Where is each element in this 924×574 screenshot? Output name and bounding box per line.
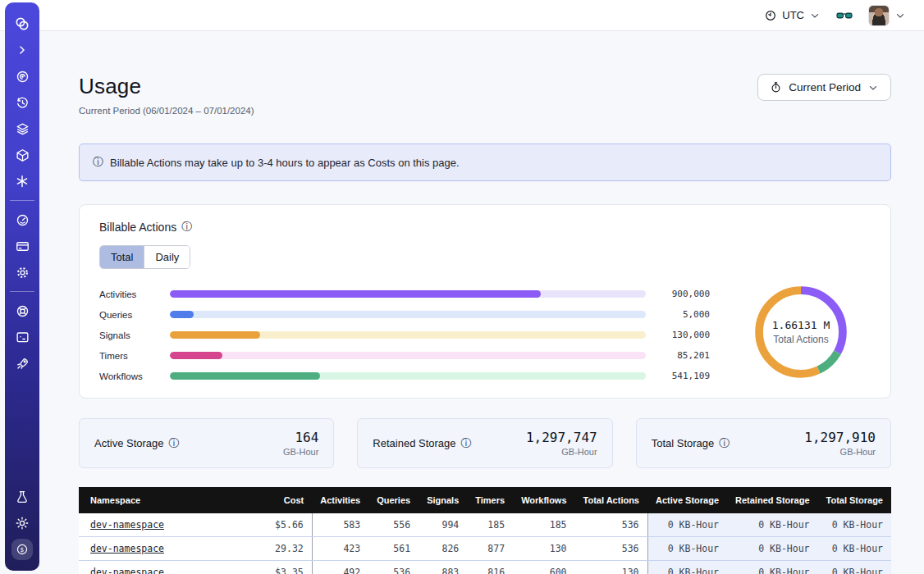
cost-coin-icon[interactable]: $ (11, 539, 33, 560)
total-storage-card: Total Storage ⓘ 1,297,910 GB-Hour (636, 418, 891, 468)
chevron-down-icon (867, 82, 879, 93)
info-banner-text: Billable Actions may take up to 3-4 hour… (110, 157, 460, 169)
billable-bars: Activities 900,000 Queries 5,000 Signals… (99, 284, 731, 386)
temporal-logo[interactable] (11, 13, 33, 34)
col-total-storage[interactable]: Total Storage (818, 487, 892, 513)
tab-daily[interactable]: Daily (144, 246, 190, 268)
col-total-actions[interactable]: Total Actions (575, 487, 647, 513)
bar-row-queries: Queries 5,000 (99, 304, 710, 325)
col-workflows[interactable]: Workflows (513, 487, 574, 513)
table-row: dev-namespace $3.35 492 536 883 816 600 … (79, 561, 891, 574)
info-icon[interactable]: ⓘ (169, 436, 180, 451)
namespace-link[interactable]: dev-namespace (90, 519, 164, 531)
col-namespace[interactable]: Namespace (79, 487, 263, 513)
nav-rail: $ (5, 2, 39, 571)
col-cost[interactable]: Cost (263, 487, 312, 513)
bar-row-workflows: Workflows 541,109 (99, 366, 710, 386)
theme-sun-icon[interactable] (11, 512, 33, 534)
retained-storage-unit: GB-Hour (526, 447, 597, 457)
retained-storage-card: Retained Storage ⓘ 1,297,747 GB-Hour (357, 418, 612, 468)
terminal-icon[interactable] (11, 326, 33, 348)
timezone-label: UTC (782, 9, 804, 21)
clock-icon (764, 9, 777, 22)
timezone-selector[interactable]: UTC (764, 9, 821, 22)
period-dropdown-button[interactable]: Current Period (757, 74, 891, 101)
retained-storage-label: Retained Storage (373, 437, 455, 449)
active-storage-value: 164 (283, 430, 318, 445)
user-menu[interactable] (868, 5, 906, 26)
usage-gauge-icon[interactable] (11, 209, 33, 230)
billable-actions-title: Billable Actions (99, 221, 176, 234)
bar-row-timers: Timers 85,201 (99, 345, 710, 366)
total-actions-donut: 1.66131 M Total Actions (731, 279, 871, 385)
namespace-link[interactable]: dev-namespace (90, 543, 164, 554)
current-period-subtitle: Current Period (06/01/2024 – 07/01/2024) (79, 106, 254, 116)
col-signals[interactable]: Signals (419, 487, 467, 513)
col-active-storage[interactable]: Active Storage (647, 487, 727, 513)
info-icon[interactable]: ⓘ (719, 436, 730, 451)
bar-row-signals: Signals 130,000 (99, 325, 710, 345)
settings-gear-icon[interactable] (11, 262, 33, 283)
chevron-down-icon (809, 10, 821, 21)
namespaces-swirl-icon[interactable] (11, 66, 33, 87)
total-storage-label: Total Storage (652, 437, 715, 449)
history-icon[interactable] (11, 92, 33, 113)
info-icon: ⓘ (93, 155, 103, 170)
layers-icon[interactable] (11, 118, 33, 139)
rail-divider (10, 291, 34, 292)
active-storage-label: Active Storage (94, 437, 164, 449)
storage-cards: Active Storage ⓘ 164 GB-Hour Retained St… (79, 418, 891, 468)
chevron-right-icon[interactable] (11, 39, 33, 61)
tab-total[interactable]: Total (100, 246, 144, 268)
billing-card-icon[interactable] (11, 235, 33, 257)
rocket-icon[interactable] (11, 353, 33, 374)
info-banner: ⓘ Billable Actions may take up to 3-4 ho… (79, 144, 891, 181)
period-dropdown-label: Current Period (789, 81, 861, 93)
total-storage-value: 1,297,910 (804, 430, 876, 445)
active-storage-card: Active Storage ⓘ 164 GB-Hour (79, 418, 334, 468)
stopwatch-icon (770, 81, 782, 93)
rail-divider (10, 200, 34, 201)
lab-flask-icon[interactable] (11, 486, 33, 508)
namespace-link[interactable]: dev-namespace (90, 567, 164, 574)
main-content: Usage Current Period (06/01/2024 – 07/01… (46, 31, 924, 574)
col-queries[interactable]: Queries (368, 487, 419, 513)
asterisk-icon[interactable] (11, 171, 33, 192)
active-storage-unit: GB-Hour (283, 447, 318, 457)
billable-actions-card: Billable Actions ⓘ Total Daily Activitie… (79, 204, 891, 399)
page-title: Usage (79, 74, 254, 99)
col-retained-storage[interactable]: Retained Storage (727, 487, 817, 513)
retained-storage-value: 1,297,747 (526, 430, 597, 445)
namespace-usage-table: Namespace Cost Activities Queries Signal… (79, 487, 891, 574)
table-row: dev-namespace 29.32 423 561 826 877 130 … (79, 537, 891, 561)
total-daily-toggle: Total Daily (99, 245, 190, 269)
avatar[interactable] (868, 5, 890, 26)
glasses-icon[interactable] (835, 7, 853, 25)
col-activities[interactable]: Activities (312, 487, 368, 513)
chevron-down-icon (894, 10, 906, 21)
col-timers[interactable]: Timers (467, 487, 513, 513)
svg-text:$: $ (21, 546, 25, 554)
table-row: dev-namespace $5.66 583 556 994 185 185 … (79, 513, 891, 537)
table-header-row: Namespace Cost Activities Queries Signal… (79, 487, 891, 513)
support-lifebuoy-icon[interactable] (11, 300, 33, 321)
info-icon[interactable]: ⓘ (181, 220, 192, 235)
bar-row-activities: Activities 900,000 (99, 284, 710, 304)
info-icon[interactable]: ⓘ (461, 436, 472, 451)
total-storage-unit: GB-Hour (804, 447, 876, 457)
cube-icon[interactable] (11, 144, 33, 166)
top-bar: UTC (0, 0, 924, 31)
